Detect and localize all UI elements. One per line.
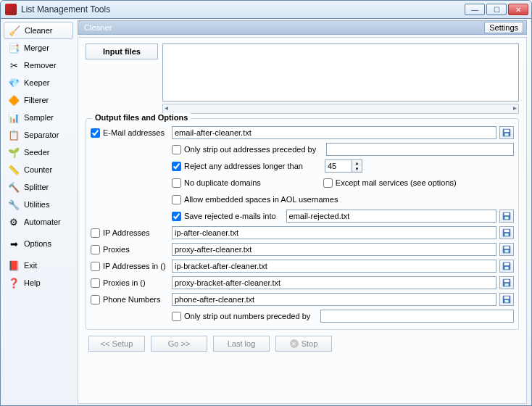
- reject-longer-checkbox[interactable]: [172, 162, 181, 171]
- allow-aol-checkbox[interactable]: [172, 195, 181, 204]
- minimize-button[interactable]: —: [465, 4, 485, 15]
- save-icon[interactable]: [499, 126, 514, 139]
- svg-rect-10: [504, 246, 510, 249]
- ip-bracket-field[interactable]: [172, 260, 496, 273]
- svg-rect-8: [504, 233, 508, 236]
- sidebar-item-help[interactable]: ❓Help: [4, 274, 73, 291]
- go-button[interactable]: Go >>: [151, 336, 207, 352]
- sidebar-item-automater[interactable]: ⚙Automater: [4, 213, 73, 231]
- utilities-icon: 🔧: [8, 199, 20, 210]
- sidebar-item-label: Filterer: [24, 96, 49, 104]
- strip-preceded-checkbox[interactable]: [172, 145, 181, 154]
- sidebar-item-options[interactable]: ➡Options: [4, 235, 73, 252]
- proxies-bracket-field[interactable]: [172, 276, 496, 289]
- setup-button[interactable]: << Setup: [88, 336, 145, 352]
- strip-numbers-label: Only strip out numbers preceded by: [184, 312, 310, 320]
- sidebar-item-counter[interactable]: 📏Counter: [4, 161, 73, 178]
- save-icon[interactable]: [499, 243, 514, 256]
- ip-bracket-checkbox[interactable]: [91, 262, 100, 271]
- sidebar-item-label: Utilities: [24, 200, 49, 209]
- sidebar-item-sampler[interactable]: 📊Sampler: [4, 109, 73, 126]
- counter-icon: 📏: [8, 164, 20, 175]
- input-files-hscroll[interactable]: [162, 104, 519, 114]
- sidebar-item-separator[interactable]: 📋Separator: [4, 126, 73, 144]
- proxies-bracket-checkbox[interactable]: [91, 278, 100, 288]
- settings-button[interactable]: Settings: [484, 22, 523, 33]
- sidebar-item-merger[interactable]: 📑Merger: [4, 39, 73, 57]
- strip-numbers-checkbox[interactable]: [172, 312, 181, 321]
- svg-rect-14: [504, 267, 508, 270]
- sidebar-item-splitter[interactable]: 🔨Splitter: [4, 178, 73, 196]
- sidebar-item-seeder[interactable]: 🌱Seeder: [4, 144, 73, 161]
- save-icon[interactable]: [499, 210, 514, 223]
- strip-numbers-field[interactable]: [320, 310, 514, 323]
- titlebar: List Management Tools — ☐ ✕: [0, 0, 532, 19]
- panel-title: Cleaner: [84, 23, 112, 32]
- stop-icon: ✕: [290, 339, 299, 348]
- phone-label: Phone Numbers: [103, 295, 161, 304]
- filterer-icon: 🔶: [8, 94, 20, 106]
- ip-checkbox[interactable]: [91, 228, 100, 238]
- no-dup-checkbox[interactable]: [172, 178, 181, 188]
- options-icon: ➡: [8, 238, 20, 249]
- strip-preceded-label: Only strip out addresses preceded by: [184, 145, 316, 154]
- sidebar-item-label: Merger: [24, 44, 49, 52]
- window-title: List Management Tools: [21, 4, 465, 14]
- phone-checkbox[interactable]: [91, 295, 100, 304]
- remover-icon: ✂: [8, 59, 20, 71]
- input-files-button[interactable]: Input files: [86, 44, 158, 59]
- strip-preceded-field[interactable]: [326, 143, 514, 156]
- sidebar-item-label: Keeper: [24, 78, 49, 87]
- save-rejected-field[interactable]: [286, 210, 496, 223]
- ip-field[interactable]: [172, 226, 496, 239]
- svg-rect-7: [504, 230, 510, 233]
- save-icon[interactable]: [499, 293, 514, 306]
- reject-longer-spinner[interactable]: ▲▼: [352, 160, 362, 173]
- svg-rect-1: [504, 130, 510, 133]
- lastlog-button[interactable]: Last log: [213, 336, 270, 352]
- svg-rect-4: [504, 213, 510, 216]
- proxies-checkbox[interactable]: [91, 245, 100, 254]
- proxies-label: Proxies: [103, 245, 130, 254]
- cleaner-icon: 🧹: [9, 25, 20, 36]
- phone-field[interactable]: [172, 293, 496, 306]
- svg-rect-2: [504, 133, 508, 136]
- sidebar-item-keeper[interactable]: 💎Keeper: [4, 74, 73, 91]
- save-rejected-checkbox[interactable]: [172, 212, 181, 221]
- stop-button[interactable]: ✕Stop: [275, 336, 332, 352]
- svg-rect-20: [504, 300, 508, 303]
- sidebar-item-label: Separator: [24, 130, 59, 139]
- sidebar-item-label: Seeder: [24, 148, 49, 157]
- input-files-text[interactable]: [162, 44, 519, 102]
- sidebar-item-exit[interactable]: 📕Exit: [4, 257, 73, 274]
- save-icon[interactable]: [499, 260, 514, 273]
- automater-icon: ⚙: [8, 216, 20, 228]
- save-icon[interactable]: [499, 226, 514, 239]
- sidebar-item-filterer[interactable]: 🔶Filterer: [4, 91, 73, 109]
- email-checkbox[interactable]: [91, 128, 100, 138]
- svg-rect-13: [504, 263, 510, 266]
- maximize-button[interactable]: ☐: [486, 4, 507, 15]
- proxies-field[interactable]: [172, 243, 496, 256]
- exit-icon: 📕: [8, 260, 20, 271]
- reject-longer-label: Reject any addresses longer than: [184, 162, 303, 170]
- sidebar-item-label: Splitter: [24, 183, 49, 191]
- sidebar: 🧹Cleaner📑Merger✂Remover💎Keeper🔶Filterer📊…: [2, 20, 75, 404]
- save-icon[interactable]: [499, 276, 514, 289]
- ip-bracket-label: IP Addresses in (): [103, 262, 166, 270]
- sidebar-item-remover[interactable]: ✂Remover: [4, 57, 73, 74]
- close-button[interactable]: ✕: [508, 4, 528, 15]
- no-dup-label: No duplicate domains: [184, 178, 261, 187]
- bottom-bar: << Setup Go >> Last log ✕Stop: [86, 330, 519, 356]
- save-rejected-label: Save rejected e-mails into: [184, 212, 276, 220]
- splitter-icon: 🔨: [8, 181, 20, 193]
- svg-rect-16: [504, 280, 510, 283]
- sidebar-item-cleaner[interactable]: 🧹Cleaner: [4, 22, 73, 39]
- reject-longer-value[interactable]: [325, 160, 352, 173]
- svg-rect-11: [504, 250, 508, 253]
- email-output-field[interactable]: [172, 126, 496, 139]
- sidebar-item-utilities[interactable]: 🔧Utilities: [4, 196, 73, 213]
- except-mail-checkbox[interactable]: [323, 178, 333, 188]
- panel-header: Cleaner Settings: [78, 20, 527, 35]
- group-title: Output files and Options: [92, 113, 191, 122]
